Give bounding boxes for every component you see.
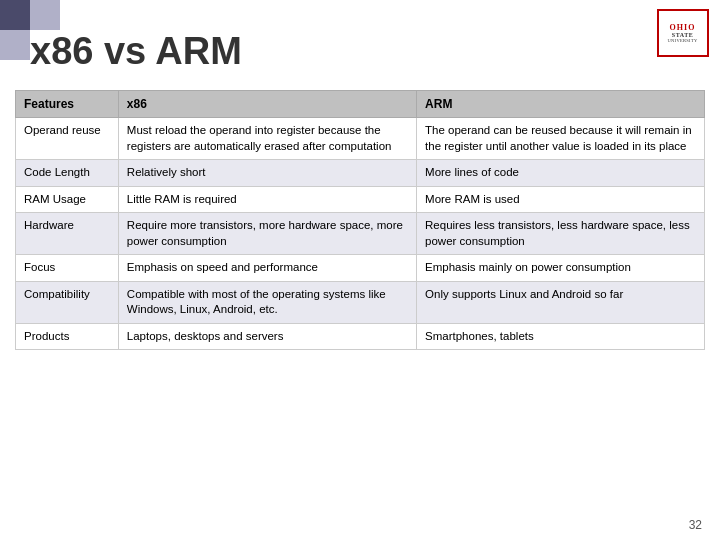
cell-x86: Relatively short — [118, 160, 416, 187]
logo-box: OHIO STATE UNIVERSITY — [657, 9, 709, 57]
cell-arm: Emphasis mainly on power consumption — [417, 255, 705, 282]
comparison-table: Features x86 ARM Operand reuseMust reloa… — [15, 90, 705, 350]
comparison-table-container: Features x86 ARM Operand reuseMust reloa… — [15, 90, 705, 510]
bg-square-3 — [0, 30, 30, 60]
cell-x86: Compatible with most of the operating sy… — [118, 281, 416, 323]
cell-feature: Hardware — [16, 213, 119, 255]
cell-arm: Smartphones, tablets — [417, 323, 705, 350]
logo-text-ohio: OHIO — [670, 23, 696, 32]
table-header-row: Features x86 ARM — [16, 91, 705, 118]
table-row: RAM UsageLittle RAM is requiredMore RAM … — [16, 186, 705, 213]
header-arm: ARM — [417, 91, 705, 118]
cell-x86: Laptops, desktops and servers — [118, 323, 416, 350]
cell-arm: Requires less transistors, less hardware… — [417, 213, 705, 255]
header-features: Features — [16, 91, 119, 118]
cell-feature: Operand reuse — [16, 118, 119, 160]
cell-arm: More RAM is used — [417, 186, 705, 213]
table-row: CompatibilityCompatible with most of the… — [16, 281, 705, 323]
slide: OHIO STATE UNIVERSITY x86 vs ARM Feature… — [0, 0, 720, 540]
cell-feature: Code Length — [16, 160, 119, 187]
page-number: 32 — [689, 518, 702, 532]
table-row: HardwareRequire more transistors, more h… — [16, 213, 705, 255]
cell-feature: Focus — [16, 255, 119, 282]
cell-arm: Only supports Linux and Android so far — [417, 281, 705, 323]
cell-feature: Products — [16, 323, 119, 350]
table-row: FocusEmphasis on speed and performanceEm… — [16, 255, 705, 282]
bg-square-1 — [0, 0, 30, 30]
table-row: Operand reuseMust reload the operand int… — [16, 118, 705, 160]
page-title: x86 vs ARM — [30, 30, 242, 73]
cell-x86: Must reload the operand into register be… — [118, 118, 416, 160]
cell-arm: The operand can be reused because it wil… — [417, 118, 705, 160]
cell-feature: RAM Usage — [16, 186, 119, 213]
cell-arm: More lines of code — [417, 160, 705, 187]
table-row: ProductsLaptops, desktops and serversSma… — [16, 323, 705, 350]
header-x86: x86 — [118, 91, 416, 118]
cell-feature: Compatibility — [16, 281, 119, 323]
cell-x86: Little RAM is required — [118, 186, 416, 213]
bg-square-2 — [30, 0, 60, 30]
logo-text-university: UNIVERSITY — [668, 38, 698, 43]
osu-logo: OHIO STATE UNIVERSITY — [655, 8, 710, 58]
table-row: Code LengthRelatively shortMore lines of… — [16, 160, 705, 187]
cell-x86: Emphasis on speed and performance — [118, 255, 416, 282]
cell-x86: Require more transistors, more hardware … — [118, 213, 416, 255]
